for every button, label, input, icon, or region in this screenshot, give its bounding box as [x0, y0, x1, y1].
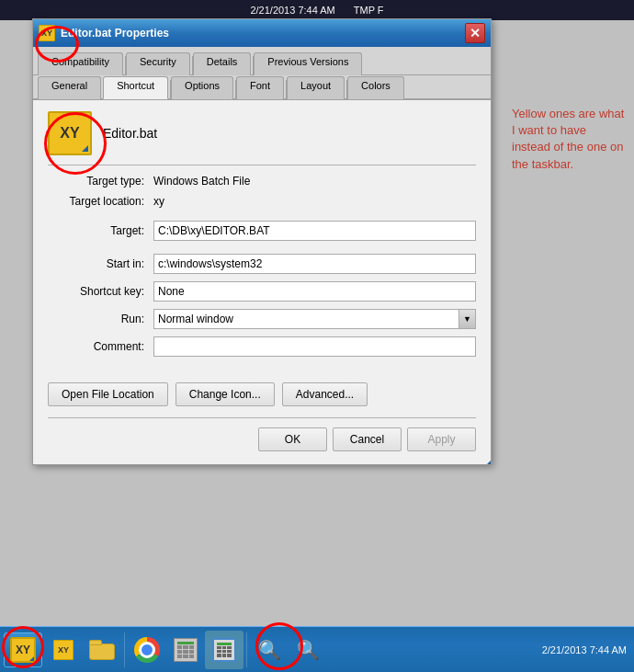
- comment-row: Comment:: [48, 336, 476, 357]
- target-row: Target:: [48, 221, 476, 241]
- taskbar-clock: 2/21/2013 7:44 AM: [542, 644, 627, 655]
- taskbar-folder-button[interactable]: [83, 631, 121, 669]
- taskbar-xy-button[interactable]: XY: [4, 632, 42, 667]
- taskbar-time: 2/21/2013 7:44 AM: [542, 644, 627, 655]
- open-file-location-button[interactable]: Open File Location: [48, 382, 168, 406]
- top-bar: 2/21/2013 7:44 AM TMP F: [0, 0, 634, 20]
- title-icon: XY: [39, 25, 55, 41]
- tabs-row-1: Compatibility Security Details Previous …: [33, 47, 491, 75]
- annotation-text: Yellow ones are what I want to have inst…: [512, 106, 627, 173]
- file-name-label: Editor.bat: [103, 126, 157, 141]
- target-location-value: xy: [153, 195, 164, 208]
- tmp-label: TMP F: [354, 5, 384, 16]
- dialog-titlebar: XY Editor.bat Properties ✕: [33, 19, 491, 47]
- tab-font[interactable]: Font: [236, 76, 284, 99]
- taskbar-xy-small-icon: XY: [53, 640, 74, 660]
- taskbar-chrome-button[interactable]: [128, 631, 166, 669]
- annotation-content: Yellow ones are what I want to have inst…: [512, 107, 624, 171]
- tab-details[interactable]: Details: [193, 52, 252, 75]
- target-location-label: Target location:: [48, 195, 153, 208]
- run-value: Normal window: [154, 313, 459, 325]
- taskbar-search2-icon: 🔍: [297, 639, 320, 661]
- taskbar-xy-small[interactable]: XY: [44, 631, 83, 669]
- desktop: 2/21/2013 7:44 AM TMP F Yellow ones are …: [0, 0, 634, 672]
- tab-shortcut[interactable]: Shortcut: [103, 76, 168, 99]
- target-type-row: Target type: Windows Batch File: [48, 175, 476, 188]
- target-label: Target:: [48, 224, 153, 237]
- taskbar-xy-icon: XY: [10, 637, 36, 663]
- taskbar-calc2-icon: [212, 638, 236, 662]
- target-location-row: Target location: xy: [48, 195, 476, 208]
- taskbar-calc1-icon: [174, 638, 198, 662]
- tab-options[interactable]: Options: [171, 76, 233, 99]
- start-in-input[interactable]: [153, 254, 476, 274]
- taskbar: XY XY: [0, 626, 634, 672]
- run-dropdown[interactable]: Normal window ▼: [153, 309, 476, 329]
- comment-label: Comment:: [48, 340, 153, 353]
- start-in-row: Start in:: [48, 254, 476, 274]
- clock: 2/21/2013 7:44 AM: [250, 5, 334, 16]
- taskbar-search2-button[interactable]: 🔍: [289, 631, 327, 669]
- close-button[interactable]: ✕: [465, 23, 485, 43]
- file-icon-arrow: [82, 145, 88, 152]
- change-icon-button[interactable]: Change Icon...: [175, 382, 275, 406]
- start-in-label: Start in:: [48, 257, 153, 270]
- tab-layout[interactable]: Layout: [287, 76, 345, 99]
- file-icon-large: XY: [48, 111, 92, 155]
- tab-compatibility[interactable]: Compatibility: [38, 52, 123, 75]
- shortcut-key-row: Shortcut key:: [48, 281, 476, 302]
- target-type-label: Target type:: [48, 175, 153, 188]
- advanced-button[interactable]: Advanced...: [282, 382, 368, 406]
- taskbar-search1-icon: 🔍: [258, 639, 281, 661]
- cancel-button[interactable]: Cancel: [333, 427, 402, 451]
- apply-button[interactable]: Apply: [407, 427, 476, 451]
- dialog-title: Editor.bat Properties: [61, 27, 465, 40]
- tab-security[interactable]: Security: [126, 52, 190, 75]
- target-input[interactable]: [153, 221, 476, 241]
- target-type-value: Windows Batch File: [153, 175, 250, 188]
- tab-previous-versions[interactable]: Previous Versions: [254, 52, 362, 75]
- run-row: Run: Normal window ▼: [48, 309, 476, 329]
- dropdown-arrow[interactable]: ▼: [459, 310, 475, 328]
- run-label: Run:: [48, 313, 153, 325]
- taskbar-separator-1: [124, 632, 125, 667]
- shortcut-key-input[interactable]: [153, 281, 476, 302]
- properties-dialog: XY Editor.bat Properties ✕ Compatibility…: [32, 18, 492, 465]
- ok-button[interactable]: OK: [258, 427, 327, 451]
- tabs-row-2: General Shortcut Options Font Layout Col…: [33, 75, 491, 100]
- shortcut-key-label: Shortcut key:: [48, 285, 153, 298]
- dialog-body: XY Editor.bat Target type: Windows Batch…: [33, 100, 491, 375]
- comment-input[interactable]: [153, 336, 476, 357]
- file-header: XY Editor.bat: [48, 111, 476, 165]
- tab-colors[interactable]: Colors: [347, 76, 404, 99]
- dialog-footer: OK Cancel Apply: [33, 418, 491, 464]
- taskbar-calc1-button[interactable]: [166, 631, 205, 669]
- taskbar-separator-2: [246, 632, 247, 667]
- action-buttons-row: Open File Location Change Icon... Advanc…: [33, 375, 491, 417]
- tab-general[interactable]: General: [38, 76, 101, 99]
- taskbar-calc2-button[interactable]: [205, 631, 243, 669]
- taskbar-chrome-icon: [134, 637, 160, 663]
- taskbar-folder-icon: [89, 640, 115, 660]
- taskbar-search1-button[interactable]: 🔍: [250, 631, 289, 669]
